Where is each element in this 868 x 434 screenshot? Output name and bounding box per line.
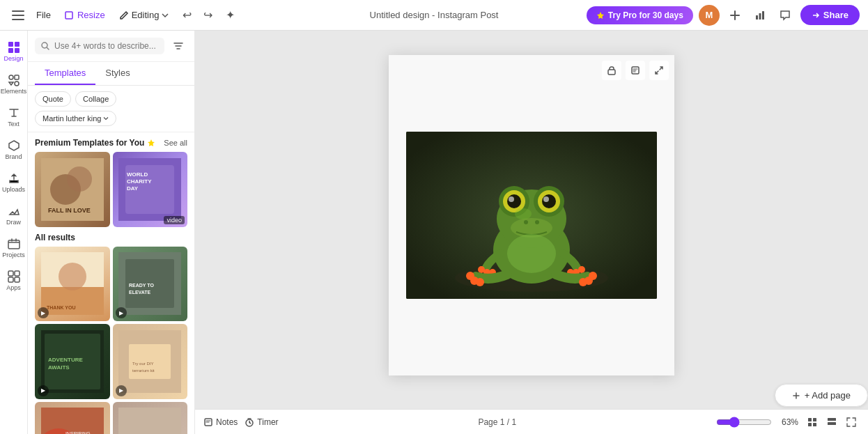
chip-martin[interactable]: Martin luther king xyxy=(35,111,116,126)
svg-point-61 xyxy=(507,194,521,208)
sidebar-uploads-label: Uploads xyxy=(2,187,25,193)
expand-canvas-icon[interactable] xyxy=(649,61,669,80)
editing-menu[interactable]: Editing xyxy=(114,6,175,24)
resize-button[interactable]: Resize xyxy=(59,6,111,24)
svg-rect-9 xyxy=(8,48,13,53)
chip-collage[interactable]: Collage xyxy=(75,91,116,107)
search-bar xyxy=(28,31,194,62)
notes-button[interactable]: Notes xyxy=(203,417,238,427)
sidebar-design-label: Design xyxy=(3,56,23,62)
sidebar-item-uploads[interactable]: Uploads xyxy=(1,167,26,197)
main-layout: Design Elements Text Brand Uploads Draw … xyxy=(0,31,868,434)
svg-text:ELEVATE: ELEVATE xyxy=(129,290,151,295)
notes-canvas-icon[interactable] xyxy=(626,61,645,80)
panel-tabs: Templates Styles xyxy=(28,62,194,86)
sidebar-item-elements[interactable]: Elements xyxy=(1,69,26,99)
zoom-control: 63% xyxy=(716,417,798,428)
menu-button[interactable] xyxy=(8,6,28,25)
zoom-slider[interactable] xyxy=(716,417,772,428)
undo-button[interactable]: ↩ xyxy=(177,6,196,25)
svg-text:FALL IN LOVE: FALL IN LOVE xyxy=(48,207,91,214)
svg-rect-86 xyxy=(808,423,812,426)
star-icon xyxy=(147,139,155,147)
svg-text:ADVENTURE: ADVENTURE xyxy=(48,357,83,363)
play-badge: ▶ xyxy=(116,385,127,396)
add-page-button[interactable]: + Add page xyxy=(775,384,868,407)
try-pro-button[interactable]: Try Pro for 30 days xyxy=(587,6,693,24)
sidebar-item-design[interactable]: Design xyxy=(1,36,26,66)
notes-icon xyxy=(203,417,213,427)
canvas-wrap[interactable] xyxy=(389,55,674,375)
document-title: Untitled design - Instagram Post xyxy=(370,10,499,20)
chip-quote[interactable]: Quote xyxy=(35,91,71,107)
canvas-image[interactable] xyxy=(406,132,657,299)
page-indicator: Page 1 / 1 xyxy=(478,417,516,427)
svg-point-66 xyxy=(524,220,528,224)
svg-text:THANK YOU: THANK YOU xyxy=(47,305,75,310)
template-thumb[interactable]: READY TO ELEVATE ▶ xyxy=(113,247,188,322)
magic-button[interactable]: ✦ xyxy=(220,6,240,25)
svg-rect-13 xyxy=(15,82,19,86)
premium-section-header: Premium Templates for You See all xyxy=(28,132,194,152)
timer-button[interactable]: Timer xyxy=(245,417,278,427)
sidebar-item-apps[interactable]: Apps xyxy=(1,265,26,295)
svg-point-31 xyxy=(59,263,86,290)
sidebar-item-draw[interactable]: Draw xyxy=(1,200,26,230)
svg-point-19 xyxy=(42,42,47,48)
template-thumb[interactable]: WORLD CHARITY DAY video xyxy=(113,152,188,227)
svg-point-22 xyxy=(67,166,92,192)
sidebar-item-projects[interactable]: Projects xyxy=(1,233,26,263)
comments-button[interactable] xyxy=(775,6,795,25)
svg-rect-17 xyxy=(8,277,13,282)
template-thumb[interactable]: ADVENTURE AWAITS ▶ xyxy=(35,324,110,399)
svg-point-81 xyxy=(515,208,532,219)
panel-scroll: Premium Templates for You See all FALL I… xyxy=(28,132,194,434)
video-badge: video xyxy=(164,216,185,224)
template-thumb[interactable]: FALL IN LOVE xyxy=(35,152,110,227)
svg-text:INSPIRING: INSPIRING xyxy=(65,431,91,434)
template-thumb[interactable]: Try our DIY terrarium kit ▶ xyxy=(113,324,188,399)
file-menu[interactable]: File xyxy=(31,6,56,24)
fullscreen-button[interactable] xyxy=(843,414,860,431)
sidebar-text-label: Text xyxy=(8,121,20,127)
template-thumb[interactable]: FEATURE ▶ xyxy=(113,402,188,435)
svg-text:WORLD: WORLD xyxy=(127,171,148,178)
svg-rect-5 xyxy=(759,13,761,20)
svg-text:READY TO: READY TO xyxy=(129,283,154,288)
search-input[interactable] xyxy=(54,41,159,51)
tab-styles[interactable]: Styles xyxy=(95,62,139,85)
analytics-button[interactable] xyxy=(750,6,770,25)
filter-button[interactable] xyxy=(169,36,187,56)
search-icon xyxy=(40,41,50,51)
svg-rect-15 xyxy=(8,271,13,276)
view-buttons xyxy=(804,414,860,431)
all-section-header: All results xyxy=(28,227,194,247)
tab-templates[interactable]: Templates xyxy=(35,62,95,85)
add-button[interactable] xyxy=(725,6,745,25)
svg-point-63 xyxy=(509,196,514,202)
list-view-button[interactable] xyxy=(823,414,840,431)
lock-canvas-icon[interactable] xyxy=(602,61,621,80)
sidebar-brand-label: Brand xyxy=(5,154,22,160)
timer-label: Timer xyxy=(257,417,278,427)
resize-label: Resize xyxy=(77,10,105,20)
share-label: Share xyxy=(823,10,848,20)
template-thumb[interactable]: THANK YOU ▶ xyxy=(35,247,110,322)
svg-point-79 xyxy=(579,278,587,286)
svg-point-11 xyxy=(9,75,13,79)
redo-button[interactable]: ↪ xyxy=(198,6,217,25)
grid-view-button[interactable] xyxy=(804,414,821,431)
svg-rect-85 xyxy=(813,418,816,421)
canvas-top-icons xyxy=(602,61,669,80)
user-avatar[interactable]: M xyxy=(699,5,720,26)
svg-text:terrarium kit: terrarium kit xyxy=(132,369,155,373)
svg-rect-4 xyxy=(756,15,758,20)
see-all-link[interactable]: See all xyxy=(164,139,187,147)
premium-title: Premium Templates for You xyxy=(35,138,155,148)
sidebar-item-text[interactable]: Text xyxy=(1,102,26,132)
sidebar-draw-label: Draw xyxy=(6,219,21,226)
sidebar-item-brand[interactable]: Brand xyxy=(1,134,26,164)
search-wrap xyxy=(35,38,164,54)
share-button[interactable]: Share xyxy=(800,5,860,25)
template-thumb[interactable]: INSPIRING ▶ xyxy=(35,402,110,435)
